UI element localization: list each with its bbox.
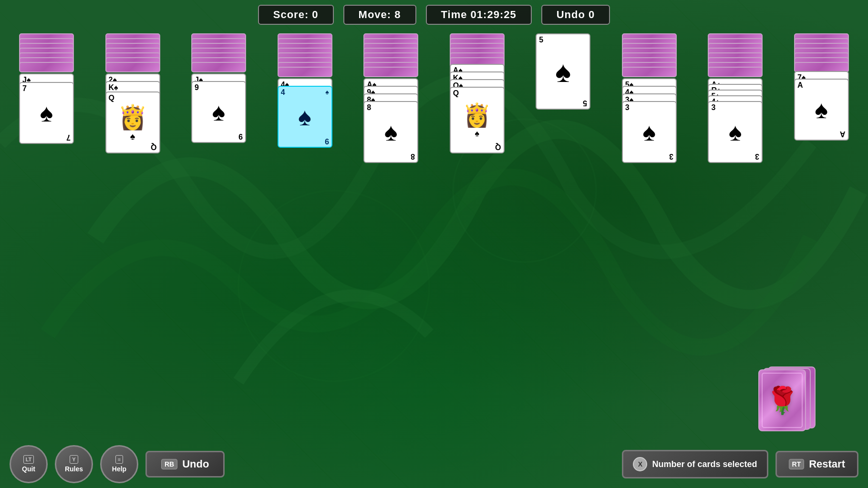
bottom-bar: LT Quit Y Rules ≡ Help RB Undo X Number … [10,445,858,483]
column-10[interactable]: 7♠ A ♠ A [792,33,851,163]
card-stack-5 [363,33,418,76]
time-value: 01:29:25 [471,9,517,20]
time-box: Time 01:29:25 [426,5,532,25]
suit-center: ♠ [40,99,53,127]
help-label: Help [112,465,126,473]
queen-portrait: 👸 [118,103,147,131]
draw-top-card: 🌹 [758,369,806,431]
column-8[interactable]: 5♠ 4♠ 3♠ 3 ♠ 3 [620,33,679,163]
draw-pile[interactable]: 🌹 [758,366,811,433]
card-face-A-col10[interactable]: A ♠ A [794,79,849,141]
undo-box: Undo 0 [541,5,610,25]
time-label: Time [441,9,467,20]
card-face-9-col3[interactable]: 9 ♠ 9 [191,81,246,143]
restart-label: Restart [809,458,845,470]
x-badge: X [633,457,647,471]
column-3[interactable]: J♠ 9 ♠ 9 [189,33,248,163]
help-badge: ≡ [115,455,123,464]
card-face-3-col9[interactable]: 3 ♠ 3 [708,101,763,163]
help-button[interactable]: ≡ Help [100,445,138,483]
rank-top: 7 [22,84,27,93]
undo-button[interactable]: RB Undo [145,451,225,478]
rank-top: 4 [281,88,285,97]
card-stack-4 [278,33,332,76]
column-6[interactable]: A♠ K♠ Q♠ Q 👸 ♠ Q [447,33,507,163]
bottom-right-controls: X Number of cards selected RT Restart [622,450,858,478]
rb-badge: RB [161,459,177,469]
card-stack-10 [794,33,849,69]
column-2[interactable]: 2♠ K♠ Q 👸 ♠ Q [103,33,163,163]
card-face-9-col4-selected[interactable]: 4 ♠ 9 ♠ [278,86,332,148]
move-value: 8 [394,9,401,20]
column-7[interactable]: 5 ♠ 5 [533,33,593,163]
rank-top: 9 [195,83,199,92]
rules-label: Rules [65,465,83,473]
rank-top: Q [109,94,114,102]
restart-button[interactable]: RT Restart [775,451,858,478]
card-stack-9 [708,33,763,76]
column-1[interactable]: J♠ 7 ♠ 7 [17,33,76,163]
card-face-8-col5[interactable]: 8 ♠ 8 [363,101,418,163]
card-face-3-col8[interactable]: 3 ♠ 3 [622,101,677,163]
suit-center: ♠ [212,98,226,126]
card-face-Q-col2[interactable]: Q 👸 ♠ Q [105,92,160,153]
card-face-7-col1[interactable]: 7 ♠ 7 [19,82,74,144]
num-cards-button[interactable]: X Number of cards selected [622,450,768,478]
suit-center: ♠ [298,102,311,131]
num-cards-label: Number of cards selected [652,459,757,469]
column-5[interactable]: A♠ 9♠ 8♠ 8 ♠ 8 [361,33,421,163]
move-label: Move: [359,9,392,20]
card-stack-8 [622,33,677,76]
suit-center: ♠ [130,131,135,142]
card-face-5-col7[interactable]: 5 ♠ 5 [536,33,590,110]
score-label: Score: [273,9,309,20]
rank-bottom: Q [151,142,156,151]
card-face-Q-col6[interactable]: Q 👸 ♠ Q [450,87,505,153]
rank-bottom: 9 [238,132,243,141]
column-4[interactable]: 4♠ 4 ♠ 9 ♠ [275,33,335,163]
card-stack-2 [105,33,160,71]
rank-bottom: 9 [325,137,329,145]
column-9[interactable]: A♠ R♠ 5♠ 4♠ 3 ♠ 3 [705,33,765,163]
card-stack-6 [450,33,505,62]
move-box: Move: 8 [343,5,416,25]
quit-button[interactable]: LT Quit [10,445,48,483]
quit-label: Quit [22,465,35,473]
score-box: Score: 0 [258,5,334,25]
undo-btn-label: Undo [182,458,209,470]
rt-badge: RT [789,459,805,469]
score-value: 0 [312,9,318,20]
quit-badge: LT [23,455,34,464]
undo-value: 0 [589,9,595,20]
rules-button[interactable]: Y Rules [55,445,93,483]
card-stack-3 [191,33,246,71]
rules-badge: Y [70,455,78,464]
rank-bottom: 7 [66,133,71,142]
undo-label: Undo [557,9,585,20]
card-stack-1 [19,33,74,71]
bottom-left-controls: LT Quit Y Rules ≡ Help RB Undo [10,445,225,483]
header-bar: Score: 0 Move: 8 Time 01:29:25 Undo 0 [0,5,868,25]
